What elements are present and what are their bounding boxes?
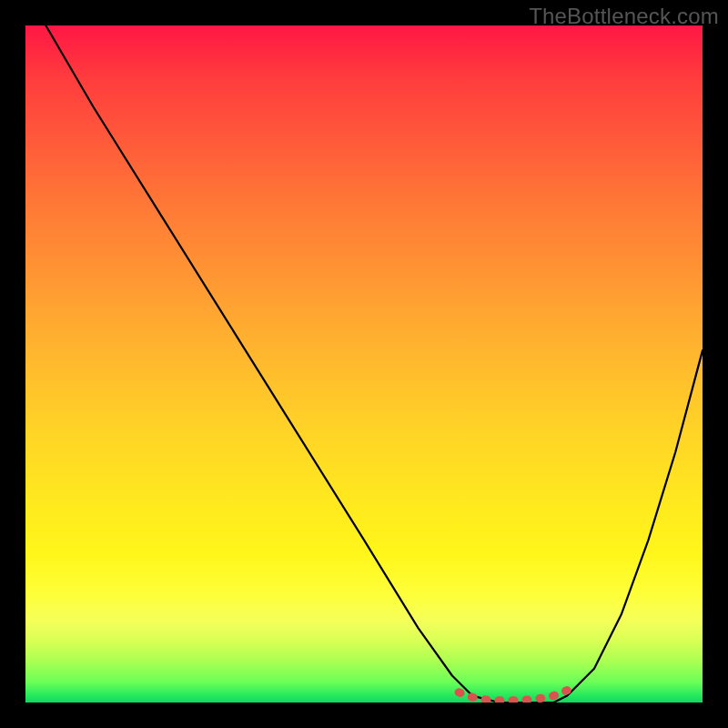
watermark-text: TheBottleneck.com: [529, 4, 719, 29]
chart-plot-area: [25, 25, 703, 703]
chart-svg: [25, 25, 703, 703]
bottleneck-curve: [46, 25, 703, 703]
optimal-range-marker: [459, 691, 567, 701]
